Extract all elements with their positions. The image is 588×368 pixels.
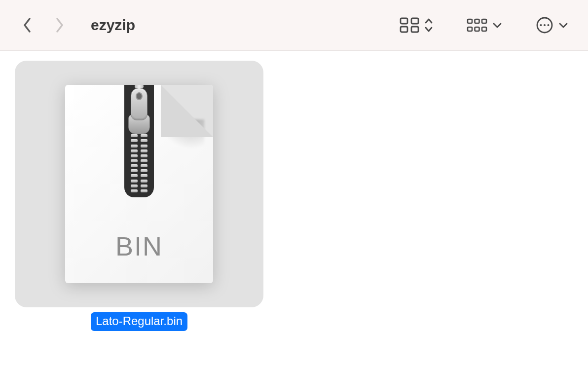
up-down-chevron-icon [424, 17, 433, 33]
svg-rect-4 [468, 19, 472, 23]
bin-archive-icon: BIN [65, 85, 213, 283]
forward-button[interactable] [51, 17, 67, 33]
file-extension-label: BIN [65, 231, 213, 261]
file-name-label[interactable]: Lato-Regular.bin [91, 312, 187, 331]
svg-rect-5 [475, 19, 479, 23]
file-item[interactable]: BIN Lato-Regular.bin [15, 61, 263, 331]
chevron-down-icon [492, 22, 502, 29]
svg-rect-8 [475, 27, 479, 31]
more-actions-button[interactable] [536, 16, 568, 34]
grid-view-icon [400, 16, 419, 34]
chevron-down-icon [558, 22, 568, 29]
svg-rect-7 [468, 27, 472, 31]
group-icon [467, 16, 487, 34]
svg-point-12 [544, 24, 546, 26]
chevron-right-icon [54, 17, 64, 34]
svg-point-11 [540, 24, 542, 26]
more-circle-icon [536, 16, 553, 34]
toolbar: ezyzip [0, 0, 588, 51]
file-thumbnail-selected[interactable]: BIN [15, 61, 263, 307]
back-button[interactable] [20, 17, 36, 33]
svg-rect-3 [411, 27, 418, 32]
svg-rect-2 [401, 27, 407, 32]
toolbar-right [400, 16, 568, 34]
group-by-button[interactable] [467, 16, 502, 34]
view-mode-button[interactable] [400, 16, 433, 34]
content-area[interactable]: BIN Lato-Regular.bin [0, 51, 588, 368]
svg-rect-0 [401, 18, 407, 24]
svg-rect-1 [411, 18, 418, 24]
svg-point-13 [548, 24, 550, 26]
chevron-left-icon [23, 17, 33, 34]
svg-rect-6 [482, 19, 486, 23]
folder-title: ezyzip [91, 17, 135, 34]
svg-rect-9 [482, 27, 486, 31]
nav-buttons [20, 17, 67, 33]
